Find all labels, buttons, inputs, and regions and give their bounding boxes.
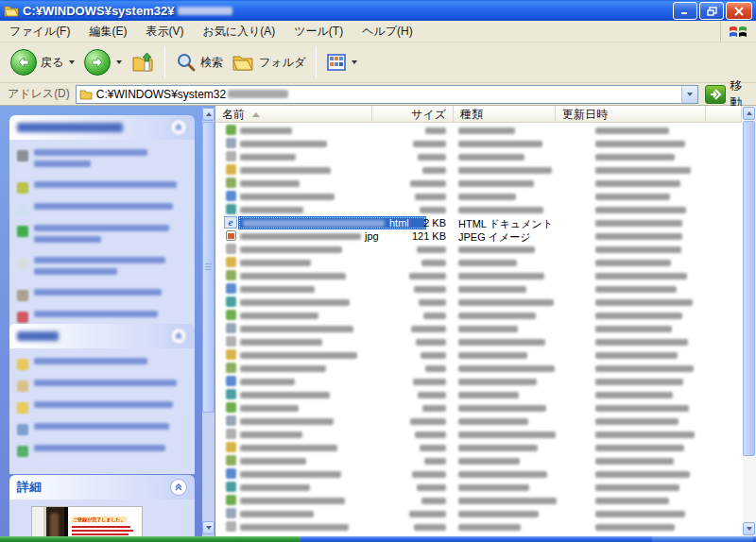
task-link-item[interactable]	[17, 401, 187, 414]
views-button[interactable]	[322, 52, 362, 73]
address-combobox[interactable]: C:¥WINDOWS¥system32	[76, 85, 698, 104]
restore-button[interactable]	[699, 2, 724, 20]
table-row[interactable]	[215, 269, 742, 282]
menu-item-4[interactable]: ツール(T)	[284, 21, 352, 42]
table-row[interactable]	[215, 296, 742, 309]
up-folder-icon	[131, 51, 154, 74]
table-row[interactable]	[215, 137, 742, 150]
scroll-down-button[interactable]	[743, 522, 755, 535]
menu-item-3[interactable]: お気に入り(A)	[193, 21, 284, 42]
column-header-size[interactable]: サイズ	[372, 106, 454, 123]
up-button[interactable]	[127, 49, 159, 76]
redacted-text	[458, 180, 534, 187]
go-button[interactable]	[705, 85, 726, 104]
address-dropdown-button[interactable]	[681, 86, 697, 103]
column-header-filler	[706, 106, 742, 123]
menu-item-2[interactable]: 表示(V)	[136, 21, 193, 42]
table-row[interactable]	[215, 335, 742, 348]
table-row[interactable]	[215, 309, 742, 322]
task-link-item[interactable]	[17, 358, 187, 370]
column-header-type[interactable]: 種類	[454, 106, 556, 123]
table-row[interactable]	[215, 362, 742, 375]
redacted-text	[422, 405, 446, 412]
table-row[interactable]	[215, 441, 742, 454]
scroll-down-button[interactable]	[202, 521, 215, 534]
table-row[interactable]: jpg121 KBJPEG イメージ	[215, 229, 742, 243]
menu-item-5[interactable]: ヘルプ(H)	[352, 21, 422, 42]
close-button[interactable]	[726, 2, 752, 20]
table-row[interactable]	[215, 163, 742, 177]
redacted-text	[414, 524, 446, 531]
task-link-item[interactable]	[17, 289, 187, 301]
table-row[interactable]	[215, 428, 742, 441]
scrollbar-thumb[interactable]	[202, 122, 215, 413]
table-row[interactable]	[215, 150, 742, 163]
table-row[interactable]	[215, 177, 742, 190]
start-button-sliver[interactable]	[0, 536, 301, 542]
thumbnail-text-area: ご登録が完了しました。	[68, 507, 142, 536]
task-link-item[interactable]	[17, 380, 187, 392]
task-link-item[interactable]	[17, 257, 187, 279]
task-link-item[interactable]	[17, 225, 187, 247]
task-link-item[interactable]	[17, 445, 187, 457]
redacted-text	[595, 511, 685, 517]
file-icon	[226, 482, 236, 492]
tasks-panel-header[interactable]	[9, 115, 195, 140]
redacted-text	[240, 352, 357, 359]
menu-item-1[interactable]: 編集(E)	[79, 21, 136, 42]
forward-dropdown-caret[interactable]	[116, 60, 122, 64]
column-header-date-modified[interactable]: 更新日時	[556, 106, 706, 123]
search-button[interactable]: 検索	[171, 50, 228, 75]
table-row[interactable]	[215, 282, 742, 296]
table-row[interactable]: ehtml2 KBHTML ドキュメント	[215, 216, 742, 229]
menu-item-0[interactable]: ファイル(F)	[0, 21, 79, 42]
table-row[interactable]	[215, 467, 742, 481]
table-row[interactable]	[215, 348, 742, 362]
taskbar-sliver[interactable]	[0, 536, 756, 542]
title-bar[interactable]: C:¥WINDOWS¥system32¥	[0, 0, 756, 21]
back-button[interactable]: 戻る	[6, 47, 79, 77]
back-dropdown-caret[interactable]	[69, 60, 75, 64]
table-row[interactable]	[215, 375, 742, 388]
scrollbar-thumb[interactable]	[743, 121, 755, 456]
scroll-up-button[interactable]	[743, 107, 755, 120]
collapse-chevron-button[interactable]	[170, 119, 187, 136]
views-dropdown-caret[interactable]	[352, 60, 357, 64]
task-link-item[interactable]	[17, 311, 187, 323]
minimize-button[interactable]	[673, 2, 697, 20]
table-row[interactable]	[215, 520, 742, 534]
file-icon	[226, 151, 236, 161]
table-row[interactable]	[215, 388, 742, 401]
task-link-item[interactable]	[17, 149, 187, 172]
table-row[interactable]	[215, 454, 742, 467]
table-row[interactable]	[215, 243, 742, 256]
task-link-item[interactable]	[17, 181, 187, 194]
task-link-item[interactable]	[17, 203, 187, 215]
collapse-chevron-button[interactable]	[170, 328, 187, 345]
forward-button[interactable]	[79, 47, 127, 77]
table-row[interactable]	[215, 401, 742, 415]
task-link-item[interactable]	[17, 423, 187, 435]
folders-button[interactable]: フォルダ	[228, 51, 310, 74]
collapse-chevron-button[interactable]	[170, 479, 187, 496]
table-row[interactable]	[215, 415, 742, 428]
redacted-text	[595, 194, 670, 200]
other-places-panel-header[interactable]	[9, 324, 195, 348]
scroll-up-button[interactable]	[202, 108, 215, 121]
table-row[interactable]	[215, 203, 742, 216]
close-icon	[734, 7, 744, 16]
task-link-icon	[17, 150, 28, 161]
table-row[interactable]	[215, 124, 742, 137]
table-row[interactable]	[215, 190, 742, 203]
windows-logo-icon	[729, 23, 747, 40]
details-panel-header[interactable]: 詳細	[9, 475, 195, 500]
redacted-text	[240, 365, 326, 372]
table-row[interactable]	[215, 494, 742, 507]
table-row[interactable]	[215, 322, 742, 335]
table-row[interactable]	[215, 256, 742, 269]
column-header-name[interactable]: 名前	[215, 106, 372, 123]
table-row[interactable]	[215, 507, 742, 520]
file-preview-thumbnail: ご登録が完了しました。	[31, 506, 143, 536]
redacted-text	[425, 365, 446, 372]
table-row[interactable]	[215, 481, 742, 494]
